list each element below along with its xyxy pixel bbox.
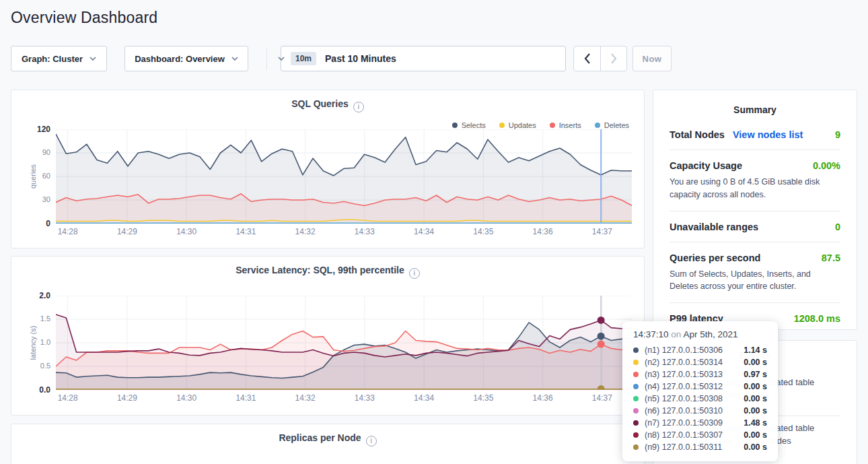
node-label: (n6) 127.0.0.1:50310: [645, 406, 723, 416]
node-color-dot-icon: [633, 347, 639, 353]
node-label: (n9) 127.0.0.1:50311: [645, 442, 722, 452]
info-icon[interactable]: i: [409, 268, 420, 279]
tooltip-row: (n9) 127.0.0.1:503110.00 s: [633, 441, 768, 453]
y-axis-tick: 30: [21, 195, 50, 203]
tooltip-row: (n5) 127.0.0.1:503080.00 s: [633, 393, 768, 405]
node-value: 0.97 s: [744, 370, 768, 379]
chart-plot[interactable]: [56, 129, 632, 224]
summary-row: Unavailable ranges0: [670, 211, 840, 242]
time-range-label: Past 10 Minutes: [325, 53, 396, 64]
dashboard-dropdown[interactable]: Dashboard: Overview: [124, 46, 248, 71]
now-button[interactable]: Now: [632, 46, 672, 71]
page-title: Overview Dashboard: [11, 9, 157, 27]
x-axis-tick: 14:33: [355, 393, 375, 403]
tooltip-row: (n2) 127.0.0.1:503140.00 s: [633, 356, 768, 368]
summary-row: Total NodesView nodes list9: [670, 119, 840, 150]
chevron-down-icon: [89, 57, 96, 61]
x-axis-tick: 14:33: [355, 227, 375, 236]
prev-time-button[interactable]: [574, 46, 600, 71]
y-axis-label: queries: [29, 164, 37, 189]
node-value: 0.00 s: [744, 382, 768, 391]
summary-label: Queries per second: [670, 253, 760, 263]
time-step-buttons: [573, 46, 627, 71]
y-axis-tick: 0.0: [21, 385, 50, 395]
legend-item[interactable]: Inserts: [550, 121, 581, 129]
summary-subtext: Sum of Selects, Updates, Inserts, and De…: [670, 268, 840, 294]
x-axis-tick: 14:31: [236, 227, 256, 236]
chart-plot[interactable]: [56, 296, 632, 390]
x-axis-tick: 14:35: [473, 227, 493, 236]
summary-row: Capacity Usage0.00%You are using 0 B of …: [670, 150, 840, 211]
y-axis-label: latency (s): [29, 326, 37, 360]
summary-value: 9: [835, 129, 840, 140]
chart-legend: SelectsUpdatesInsertsDeletes: [452, 121, 629, 129]
node-label: (n4) 127.0.0.1:50312: [645, 382, 723, 391]
tooltip-row: (n4) 127.0.0.1:503120.00 s: [633, 380, 768, 393]
legend-item[interactable]: Updates: [499, 121, 536, 129]
legend-label: Updates: [509, 121, 536, 129]
node-value: 0.00 s: [744, 358, 768, 367]
legend-dot-icon: [550, 123, 555, 128]
summary-label: Capacity Usage: [670, 160, 742, 171]
service-latency-panel: Service Latency: SQL, 99th percentilei 0…: [11, 256, 645, 416]
y-axis-tick: 1.5: [21, 314, 50, 323]
summary-value: 0.00%: [813, 160, 840, 171]
node-label: (n5) 127.0.0.1:50308: [645, 394, 723, 403]
x-axis-tick: 14:29: [117, 393, 137, 403]
summary-row-main: Unavailable ranges0: [670, 222, 840, 232]
summary-label: Total Nodes: [670, 129, 725, 140]
node-color-dot-icon: [633, 444, 639, 450]
controls-divider: [266, 47, 267, 70]
graph-dropdown-label: Graph: Cluster: [22, 54, 83, 64]
dashboard-dropdown-label: Dashboard: Overview: [135, 54, 225, 64]
graph-dropdown[interactable]: Graph: Cluster: [11, 46, 107, 71]
chevron-down-icon: [231, 57, 238, 61]
next-time-button[interactable]: [600, 46, 626, 71]
legend-label: Deletes: [604, 121, 629, 129]
chart-tooltip: 14:37:10 on Apr 5th, 2021 (n1) 127.0.0.1…: [622, 321, 778, 461]
summary-value: 1208.0 ms: [794, 313, 840, 324]
legend-dot-icon: [452, 123, 458, 128]
summary-row-main: Capacity Usage0.00%: [670, 160, 840, 171]
tooltip-row: (n7) 127.0.0.1:503091.48 s: [633, 417, 768, 429]
node-color-dot-icon: [633, 372, 639, 377]
summary-panel: Summary Total NodesView nodes list9Capac…: [653, 90, 857, 330]
y-axis-tick: 0.5: [21, 362, 50, 370]
node-value: 0.00 s: [744, 430, 768, 440]
replicas-per-node-panel: Replicas per Nodei: [11, 424, 645, 464]
tooltip-timestamp: 14:37:10 on Apr 5th, 2021: [633, 329, 768, 339]
info-icon[interactable]: i: [366, 436, 377, 446]
view-nodes-link[interactable]: View nodes list: [733, 129, 803, 140]
cursor-series-dot: [598, 317, 605, 324]
y-axis-tick: 0: [21, 219, 50, 228]
summary-row: Queries per second87.5Sum of Selects, Up…: [670, 242, 840, 303]
x-axis-tick: 14:32: [295, 393, 316, 403]
x-axis-tick: 14:37: [592, 227, 612, 236]
x-axis-tick: 14:29: [117, 227, 137, 236]
tooltip-row: (n3) 127.0.0.1:503130.97 s: [633, 368, 768, 380]
cursor-series-dot: [598, 333, 605, 340]
legend-item[interactable]: Selects: [452, 121, 486, 129]
chart-title: SQL Queries: [291, 98, 349, 109]
x-axis-tick: 14:37: [592, 393, 612, 403]
legend-dot-icon: [499, 123, 505, 128]
cursor-series-dot: [598, 341, 605, 348]
x-axis-tick: 14:32: [295, 227, 316, 236]
legend-dot-icon: [595, 123, 600, 128]
y-axis-tick: 90: [21, 148, 50, 156]
x-axis-tick: 14:30: [176, 393, 196, 403]
node-value: 0.00 s: [744, 406, 768, 416]
chart-title: Replicas per Node: [279, 432, 361, 443]
node-color-dot-icon: [633, 360, 639, 365]
x-axis-tick: 14:36: [533, 227, 553, 236]
legend-item[interactable]: Deletes: [595, 121, 629, 129]
chevron-left-icon: [584, 53, 591, 64]
chevron-down-icon: [278, 57, 285, 61]
info-icon[interactable]: i: [353, 102, 364, 112]
tooltip-row: (n1) 127.0.0.1:503061.14 s: [633, 344, 768, 356]
summary-title: Summary: [653, 104, 857, 115]
x-axis-tick: 14:31: [236, 393, 256, 403]
summary-value: 0: [835, 222, 840, 232]
summary-row-main: Total NodesView nodes list9: [670, 129, 840, 140]
time-range-dropdown[interactable]: 10m Past 10 Minutes: [281, 46, 566, 71]
